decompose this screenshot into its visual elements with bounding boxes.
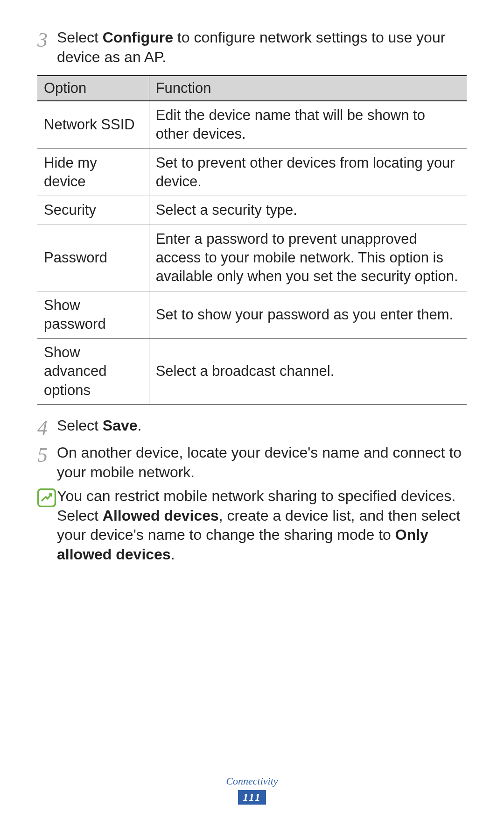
page-footer: Connectivity 111 [0,775,504,805]
table-header-row: Option Function [37,76,467,101]
table-row: Hide my device Set to prevent other devi… [37,148,467,196]
step-number: 3 [37,30,57,50]
step-4: 4 Select Save. [37,416,467,438]
step-number: 5 [37,445,57,466]
cell-option: Hide my device [37,148,149,196]
note-icon [37,488,57,509]
text-fragment: . [171,546,175,563]
table-row: Show password Set to show your password … [37,291,467,339]
header-option: Option [37,76,149,101]
cell-function: Set to prevent other devices from locati… [149,148,467,196]
step-text: Select Save. [57,416,467,436]
options-table: Option Function Network SSID Edit the de… [37,75,467,405]
cell-option: Show advanced options [37,339,149,405]
cell-option: Security [37,196,149,225]
step-5: 5 On another device, locate your device'… [37,443,467,482]
bold-allowed-devices: Allowed devices [103,507,219,524]
text-fragment: . [138,417,142,434]
cell-option: Password [37,225,149,291]
cell-option: Show password [37,291,149,339]
cell-option: Network SSID [37,101,149,148]
cell-function: Select a broadcast channel. [149,339,467,405]
table-row: Security Select a security type. [37,196,467,225]
table-row: Password Enter a password to prevent una… [37,225,467,291]
cell-function: Enter a password to prevent unapproved a… [149,225,467,291]
bold-save: Save [103,417,138,434]
step-number: 4 [37,418,57,438]
text-fragment: Select [57,417,103,434]
note-text: You can restrict mobile network sharing … [57,487,467,564]
bold-configure: Configure [103,29,173,46]
cell-function: Select a security type. [149,196,467,225]
footer-section-label: Connectivity [0,775,504,787]
cell-function: Set to show your password as you enter t… [149,291,467,339]
manual-page: 3 Select Configure to configure network … [0,0,504,827]
step-3: 3 Select Configure to configure network … [37,28,467,67]
table-row: Show advanced options Select a broadcast… [37,339,467,405]
table-row: Network SSID Edit the device name that w… [37,101,467,148]
note-block: You can restrict mobile network sharing … [37,487,467,564]
text-fragment: Select [57,29,103,46]
step-text: On another device, locate your device's … [57,443,467,482]
cell-function: Edit the device name that will be shown … [149,101,467,148]
header-function: Function [149,76,467,101]
step-text: Select Configure to configure network se… [57,28,467,67]
footer-page-number: 111 [238,790,266,805]
